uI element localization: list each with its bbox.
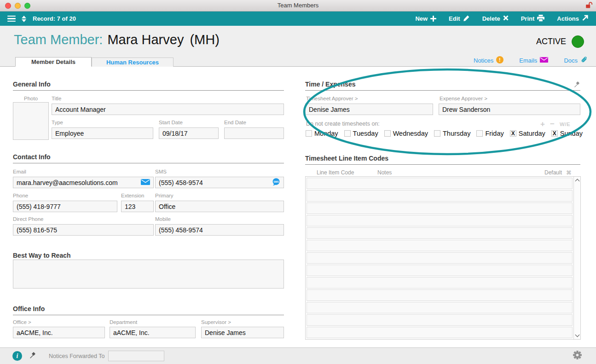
- notices-forwarded-field[interactable]: [108, 351, 164, 361]
- table-row[interactable]: [307, 202, 573, 214]
- expense-approver-label: Expense Approver >: [440, 96, 487, 101]
- table-row[interactable]: [307, 289, 573, 301]
- direct-phone-label: Direct Phone: [13, 216, 43, 222]
- table-row[interactable]: [307, 314, 573, 326]
- table-row[interactable]: [307, 302, 573, 313]
- footer-bar: Notices Forwarded To: [0, 347, 596, 364]
- photo-label: Photo: [13, 96, 49, 101]
- checkbox-box[interactable]: [476, 130, 483, 137]
- table-row[interactable]: [307, 252, 573, 264]
- page-title-prefix: Team Member:: [14, 32, 103, 47]
- delete-button[interactable]: Delete: [482, 15, 509, 23]
- quick-links: Notices ! Emails Docs: [474, 56, 596, 65]
- start-date-field[interactable]: 09/18/17: [159, 127, 219, 139]
- phone-field[interactable]: (555) 418-9777: [13, 201, 117, 212]
- tab-strip: Member Details Human Resources Notices !…: [0, 57, 596, 67]
- checkbox-sunday[interactable]: XSunday: [551, 130, 583, 137]
- timesheet-approver-field[interactable]: Denise James: [305, 104, 433, 115]
- checkbox-box[interactable]: X: [510, 130, 516, 137]
- unlock-icon: [585, 2, 593, 11]
- pushpin-icon[interactable]: [29, 352, 36, 361]
- section-time-expenses: Time / Expenses: [305, 81, 580, 91]
- weekday-checkboxes: Monday Tuesday Wednesday Thursday Friday…: [306, 130, 583, 137]
- info-circle-icon[interactable]: [12, 351, 22, 361]
- checkbox-box[interactable]: [434, 130, 440, 137]
- department-field[interactable]: aACME, Inc.: [110, 327, 196, 338]
- notices-forwarded-label: Notices Forwarded To: [49, 353, 104, 359]
- checkbox-box[interactable]: X: [551, 130, 558, 137]
- weekend-button[interactable]: W/E: [560, 121, 570, 127]
- end-date-field[interactable]: [224, 127, 284, 139]
- print-button[interactable]: Print: [521, 15, 545, 23]
- hamburger-icon[interactable]: [7, 16, 16, 22]
- pushpin-icon[interactable]: [573, 81, 580, 90]
- table-row[interactable]: [307, 240, 573, 251]
- gear-icon[interactable]: [573, 350, 582, 362]
- checkbox-saturday[interactable]: XSaturday: [510, 130, 545, 137]
- scroll-down-icon[interactable]: [575, 333, 579, 337]
- titlebar: Team Members: [0, 0, 596, 12]
- vertical-scrollbar[interactable]: [573, 177, 580, 339]
- checkbox-wednesday[interactable]: Wednesday: [384, 130, 428, 137]
- best-way-field[interactable]: [13, 260, 284, 289]
- clear-default-x-icon[interactable]: ✖: [566, 169, 572, 176]
- previous-record-icon[interactable]: [22, 16, 26, 18]
- table-row[interactable]: [307, 327, 573, 338]
- mobile-label: Mobile: [155, 216, 171, 222]
- checkbox-monday[interactable]: Monday: [306, 130, 338, 137]
- table-row[interactable]: [307, 277, 573, 289]
- title-field[interactable]: Account Manager: [52, 104, 284, 115]
- table-row[interactable]: [307, 265, 573, 276]
- docs-link[interactable]: Docs: [564, 56, 588, 65]
- paperclip-icon: [580, 56, 588, 65]
- type-field[interactable]: Employee: [52, 127, 153, 139]
- expense-approver-field[interactable]: Drew Sanderson: [439, 104, 580, 115]
- mobile-field[interactable]: (555) 458-9574: [155, 224, 284, 236]
- emails-link[interactable]: Emails: [519, 57, 548, 64]
- checkbox-box[interactable]: [344, 130, 351, 137]
- status-label: ACTIVE: [536, 37, 566, 46]
- sms-bubble-icon[interactable]: SMS: [272, 178, 280, 187]
- direct-phone-field[interactable]: (555) 816-575: [13, 224, 154, 236]
- tab-human-resources[interactable]: Human Resources: [92, 58, 174, 67]
- main-content: General Info Photo Title Account Manager…: [0, 67, 596, 347]
- tab-member-details[interactable]: Member Details: [15, 57, 92, 67]
- new-button[interactable]: New: [415, 15, 436, 23]
- photo-field[interactable]: [13, 102, 49, 140]
- member-name: Mara Harvey: [107, 32, 184, 47]
- app-window: Team Members Record: 7 of 20 New Edit De…: [0, 0, 596, 364]
- table-row[interactable]: [307, 190, 573, 202]
- sms-label: SMS: [155, 169, 167, 174]
- table-row[interactable]: [307, 178, 573, 189]
- email-field[interactable]: mara.harvey@aacmesolutions.com: [13, 177, 154, 188]
- office-label: Office >: [13, 319, 31, 325]
- checkbox-friday[interactable]: Friday: [476, 130, 503, 137]
- checkbox-box[interactable]: [306, 130, 312, 137]
- envelope-icon[interactable]: [141, 179, 150, 186]
- checkbox-tuesday[interactable]: Tuesday: [344, 130, 378, 137]
- table-row[interactable]: [307, 215, 573, 226]
- sms-field[interactable]: (555) 458-9574 SMS: [155, 177, 284, 188]
- notices-link[interactable]: Notices !: [474, 56, 503, 65]
- actions-button[interactable]: Actions: [557, 15, 589, 23]
- col-default-wrap: Default ✖: [544, 169, 572, 176]
- record-toolbar: Record: 7 of 20 New Edit Delete Print Ac…: [0, 12, 596, 26]
- supervisor-field[interactable]: Denise James: [201, 327, 284, 338]
- add-row-button[interactable]: +: [540, 120, 545, 129]
- portal-tools: + − W/E: [540, 120, 570, 129]
- scroll-up-icon[interactable]: [575, 179, 579, 184]
- email-label: Email: [13, 169, 26, 174]
- edit-button[interactable]: Edit: [449, 15, 470, 23]
- section-office-info: Office Info: [13, 305, 284, 315]
- next-record-icon[interactable]: [22, 19, 26, 22]
- office-field[interactable]: aACME, Inc.: [13, 327, 105, 338]
- type-label: Type: [52, 120, 63, 125]
- primary-field[interactable]: Office: [155, 201, 284, 212]
- extension-field[interactable]: 123: [121, 201, 154, 212]
- no-timesheets-label: Do not create timesheets on:: [306, 121, 380, 127]
- table-row[interactable]: [307, 227, 573, 239]
- checkbox-box[interactable]: [384, 130, 391, 137]
- checkbox-thursday[interactable]: Thursday: [434, 130, 470, 137]
- remove-row-button[interactable]: −: [550, 120, 555, 129]
- record-nav-arrows[interactable]: [22, 16, 26, 22]
